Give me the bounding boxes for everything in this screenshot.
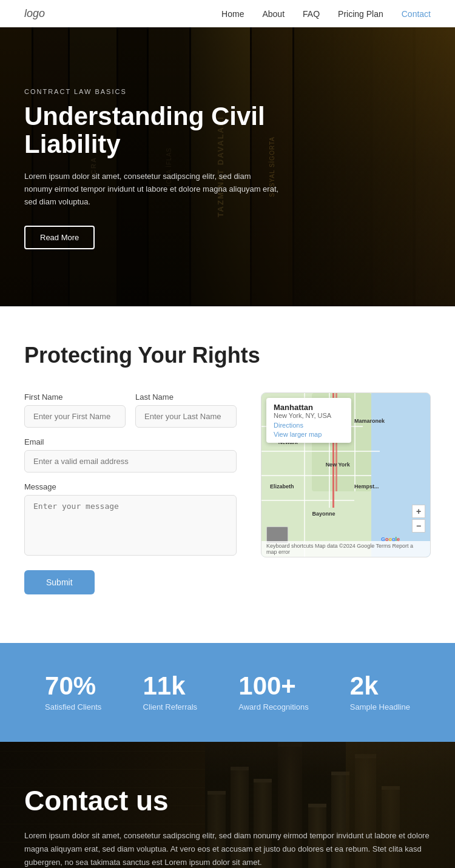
map-label-hempstead: Hempst... [354,483,379,490]
stat-sample: 2k Sample Headline [350,673,410,712]
section-title: Protecting Your Rights [24,343,431,368]
dark-contact-description: Lorem ipsum dolor sit amet, consetetur s… [24,829,431,868]
stat-awards: 100+ Award Recognitions [238,673,308,712]
nav-about[interactable]: About [262,9,285,19]
hero-content: CONTRACT LAW BASICS Understanding Civil … [0,27,303,274]
last-name-label: Last Name [135,392,237,402]
hero-subtitle: CONTRACT LAW BASICS [24,88,279,95]
map-zoom-in[interactable]: + [412,505,425,518]
stat-label-2: Award Recognitions [238,702,308,712]
dark-contact-title: Contact us [24,784,431,817]
first-name-group: First Name [24,392,126,428]
navigation: logo Home About FAQ Pricing Plan Contact [0,0,455,27]
stat-number-1: 11k [143,673,198,699]
map-directions-link[interactable]: Directions [274,422,303,429]
contact-layout: First Name Last Name Email Message Submi… [24,392,431,594]
stat-label-1: Client Referrals [143,702,198,712]
map-label-elizabeth: Elizabeth [270,483,294,490]
nav-faq[interactable]: FAQ [303,9,320,19]
map-zoom-out[interactable]: − [412,519,425,533]
stat-satisfied: 70% Satisfied Clients [45,673,101,712]
map-controls: + − [412,505,425,533]
dark-contact-section: Contact us Lorem ipsum dolor sit amet, c… [0,742,455,868]
map-label-mamaroneck: Mamaronek [354,418,385,424]
map-container: Newark New York Montclair Mamaronek Hemp… [261,392,431,557]
last-name-input[interactable] [135,405,237,428]
nav-links: Home About FAQ Pricing Plan Contact [221,9,431,19]
submit-button[interactable]: Submit [24,570,95,594]
message-textarea[interactable] [24,495,237,556]
hero-title: Understanding Civil Liability [24,103,279,158]
message-label: Message [24,482,237,491]
stat-number-3: 2k [350,673,410,699]
map-overlay: Manhattan New York, NY, USA Directions V… [266,398,351,443]
map-footer: Keyboard shortcuts Map data ©2024 Google… [261,541,430,557]
nav-home[interactable]: Home [221,9,244,19]
stat-referrals: 11k Client Referrals [143,673,198,712]
stat-label-0: Satisfied Clients [45,702,101,712]
first-name-input[interactable] [24,405,126,428]
map-footer-text: Keyboard shortcuts Map data ©2024 Google… [266,543,425,555]
map-label-newyork: New York [326,462,350,468]
read-more-button[interactable]: Read More [24,226,95,249]
last-name-group: Last Name [135,392,237,428]
first-name-label: First Name [24,392,126,402]
map-location-name: Manhattan [274,403,344,412]
map-display[interactable]: Newark New York Montclair Mamaronek Hemp… [261,393,430,557]
dark-contact-content: Contact us Lorem ipsum dolor sit amet, c… [24,784,431,868]
message-group: Message [24,482,237,556]
stat-label-3: Sample Headline [350,702,410,712]
email-input[interactable] [24,450,237,473]
nav-pricing[interactable]: Pricing Plan [338,9,383,19]
email-label: Email [24,437,237,446]
map-location-sub: New York, NY, USA [274,412,344,419]
hero-section: ICRA ICRA İFLAS TAZMİNAT DAVALARI SOSYAL… [0,27,455,306]
nav-contact[interactable]: Contact [402,9,431,19]
contact-form: First Name Last Name Email Message Submi… [24,392,237,594]
hero-description: Lorem ipsum dolor sit amet, consetetur s… [24,170,279,208]
name-row: First Name Last Name [24,392,237,428]
stats-section: 70% Satisfied Clients 11k Client Referra… [0,643,455,742]
logo: logo [24,7,45,20]
contact-form-section: Protecting Your Rights First Name Last N… [0,306,455,643]
map-label-bayonne: Bayonne [312,511,335,517]
map-larger-link[interactable]: View larger map [274,431,344,438]
stat-number-0: 70% [45,673,101,699]
email-group: Email [24,437,237,473]
stat-number-2: 100+ [238,673,308,699]
